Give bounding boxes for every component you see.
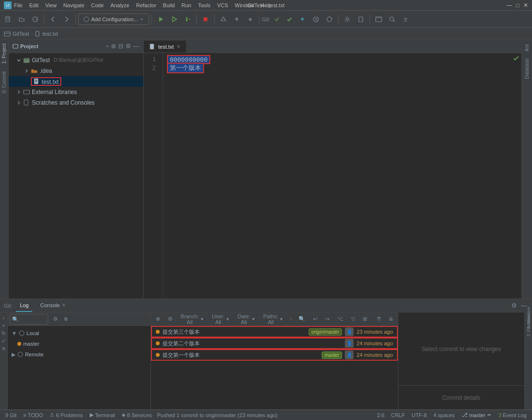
console-close-button[interactable]: ✕ [62,302,66,308]
run-button[interactable] [154,13,167,26]
git-revert-button[interactable] [323,13,336,26]
maximize-button[interactable]: □ [516,2,519,9]
git-label: Git: [262,16,270,22]
br-favorites-toggle[interactable]: 2: Favorites [525,322,532,329]
tree-item-external-libs[interactable]: External Libraries [9,87,143,97]
terminal-window-button[interactable] [372,13,385,26]
expand-all-btn[interactable]: ⇈ [374,314,384,325]
database-panel-toggle[interactable]: Database [523,55,531,82]
editor-content[interactable]: 1 2 0000000000 第一个版本 [144,53,521,298]
line-col-item[interactable]: 2:6 [375,412,385,418]
event-log-item[interactable]: 3 Event Log [497,412,528,418]
commit-redo-btn[interactable]: ↪ [322,314,332,325]
commit-row-2[interactable]: 提交第二个版本 👤 24 minutes ago [151,338,397,349]
git-checkmark-button[interactable] [271,13,283,26]
encoding-item[interactable]: UTF-8 [410,412,428,418]
git-status-item[interactable]: 9 Git [4,412,18,418]
menu-vcs[interactable]: VCS [215,2,231,9]
git-history-button[interactable] [310,13,322,26]
git-search-input[interactable] [10,314,48,325]
filter-date[interactable]: Date: All ▼ [235,314,259,325]
menu-build[interactable]: Build [161,2,177,9]
sync-button[interactable] [29,13,41,26]
terminal-status-item[interactable]: ▶ Terminal [88,412,117,418]
collapse-all-btn[interactable]: ⇊ [386,314,396,325]
minimize-button[interactable]: — [506,2,512,9]
todo-status-item[interactable]: ≡ TODO [22,412,44,418]
git-settings-btn[interactable]: ⚙ [50,314,61,325]
commit-add-btn[interactable]: ⊕ [153,314,163,325]
git-left-check[interactable]: ✓ [0,338,7,344]
git-local-branch[interactable]: ▼ Local [8,328,151,339]
tree-item-test-txt[interactable]: test.txt [9,76,143,87]
crlf-item[interactable]: CRLF [390,412,407,418]
build-project-button[interactable] [217,13,230,26]
bookmarks-button[interactable] [355,13,367,26]
menu-code[interactable]: Code [89,2,106,9]
git-down-button[interactable] [244,13,257,26]
menu-run[interactable]: Run [179,2,193,9]
commit-search-btn[interactable]: 🔍 [296,314,308,325]
git-master-branch[interactable]: master [8,339,151,349]
tree-item-root[interactable]: GitTest D:\Backup\桌面\GitTest [9,55,143,66]
commit-row-1[interactable]: 提交第三个版本 origin/master 👤 23 minutes ago [151,326,397,338]
git-green-check-button[interactable] [284,13,295,26]
close-button[interactable]: ✕ [523,2,528,9]
commit-settings-btn[interactable]: ⚙ [165,314,176,325]
git-push-button[interactable] [296,13,309,26]
tab-close-button[interactable]: ✕ [177,44,180,49]
new-file-button[interactable] [2,13,14,26]
event-log-count: 3 [498,412,501,418]
collapse-all-button[interactable]: ⊟ [118,42,123,50]
git-up-button[interactable] [231,13,243,26]
project-settings-button[interactable]: ⚙ [125,42,131,50]
filter-paths[interactable]: Paths: All ▼ [260,314,286,325]
log-tab[interactable]: Log [16,299,32,312]
menu-file[interactable]: File [12,2,25,9]
commit-graph-btn[interactable]: ⊞ [360,314,370,325]
problems-status-item[interactable]: ⚠ 6 Problems [48,412,84,418]
settings-icon[interactable]: ⚙ [510,301,518,310]
menu-view[interactable]: View [43,2,59,9]
tree-item-scratches[interactable]: Scratches and Consoles [9,97,143,108]
menu-edit[interactable]: Edit [27,2,41,9]
indent-item[interactable]: 4 spaces [432,412,456,418]
services-status-item[interactable]: ◈ 8 Services [120,412,153,418]
code-content[interactable]: 0000000000 第一个版本 [163,53,521,298]
menu-tools[interactable]: Tools [195,2,213,9]
forward-button[interactable] [60,13,73,26]
git-left-add[interactable]: + [0,322,7,329]
menu-analyze[interactable]: Analyze [108,2,132,9]
run-coverage-button[interactable] [181,13,194,26]
stop-button[interactable] [199,13,212,26]
filter-branch[interactable]: Branch: All ▼ [177,314,207,325]
ant-panel-toggle[interactable]: Ant [523,41,531,54]
add-configuration-button[interactable]: Add Configuration... [78,14,149,25]
console-tab[interactable]: Console ✕ [36,299,69,312]
menu-refactor[interactable]: Refactor [134,2,159,9]
settings-button[interactable] [341,13,354,26]
hide-panel-button[interactable]: — [133,42,139,50]
add-content-button[interactable]: ⊕ [111,42,116,50]
editor-tab-test-txt[interactable]: test.txt ✕ [144,40,187,53]
menu-navigate[interactable]: Navigate [61,2,86,9]
translate-button[interactable]: 文 [399,13,412,26]
search-everywhere-button[interactable] [386,13,398,26]
git-remote-branch[interactable]: ▶ Remote [8,349,151,360]
debug-button[interactable] [168,13,180,26]
project-panel-toggle[interactable]: 1: Project [0,40,8,68]
git-left-refresh[interactable]: ↻ [0,330,7,337]
filter-user[interactable]: User: All ▼ [209,314,232,325]
back-button[interactable] [47,13,59,26]
commit-panel-toggle[interactable]: 0: Commit [0,68,8,97]
commit-undo-btn[interactable]: ↩ [310,314,320,325]
git-left-x[interactable]: ✕ [0,345,7,352]
branch-item[interactable]: ⎇ master [460,412,493,418]
commit-branch-btn[interactable]: ⌥ [334,314,346,325]
commit-row-3[interactable]: 提交第一个版本 master 👤 24 minutes ago [151,349,397,361]
commit-filter-btn[interactable]: ▽ [348,314,358,325]
test-txt-highlighted: test.txt [31,77,61,86]
git-left-collapse[interactable]: ‹ [0,314,7,321]
tree-item-idea[interactable]: .idea [9,66,143,76]
open-button[interactable] [15,13,28,26]
